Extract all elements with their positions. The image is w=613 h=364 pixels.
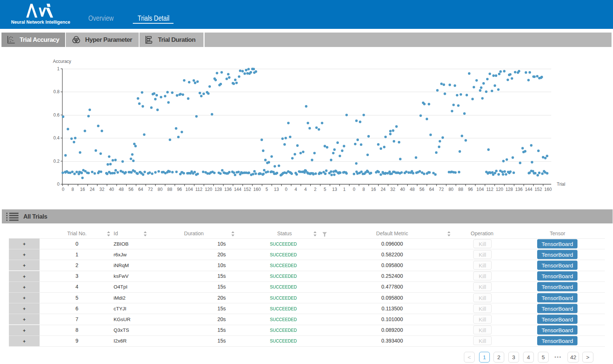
svg-text:40: 40 (400, 187, 405, 192)
svg-text:Accuracy: Accuracy (53, 59, 71, 64)
svg-text:56: 56 (420, 187, 425, 192)
svg-text:56: 56 (128, 187, 134, 192)
svg-text:0: 0 (62, 187, 64, 192)
svg-text:88: 88 (458, 187, 464, 192)
svg-text:96: 96 (468, 187, 473, 192)
svg-text:32: 32 (100, 187, 105, 192)
svg-text:24: 24 (90, 187, 95, 192)
svg-text:48: 48 (119, 187, 124, 192)
svg-text:160: 160 (253, 187, 261, 192)
svg-text:152: 152 (244, 187, 251, 192)
svg-text:Trial: Trial (557, 182, 565, 187)
svg-text:16: 16 (80, 187, 85, 192)
svg-text:112: 112 (486, 187, 493, 192)
svg-text:0.2: 0.2 (53, 159, 60, 164)
svg-text:0.8: 0.8 (53, 89, 60, 94)
svg-text:64: 64 (429, 187, 434, 192)
svg-text:88: 88 (167, 187, 172, 192)
svg-text:4: 4 (304, 187, 307, 192)
svg-text:0.4: 0.4 (53, 135, 60, 141)
svg-text:152: 152 (535, 187, 542, 192)
svg-text:160: 160 (544, 187, 552, 192)
svg-text:144: 144 (525, 187, 532, 192)
svg-text:136: 136 (515, 187, 523, 192)
svg-text:48: 48 (410, 187, 415, 192)
svg-text:16: 16 (371, 187, 376, 192)
svg-text:136: 136 (224, 187, 232, 192)
svg-text:0: 0 (285, 187, 287, 192)
svg-text:80: 80 (158, 187, 163, 192)
svg-text:64: 64 (138, 187, 144, 192)
svg-text:128: 128 (215, 187, 222, 192)
svg-text:120: 120 (496, 187, 503, 192)
svg-text:5: 5 (324, 187, 326, 192)
svg-text:112: 112 (195, 187, 202, 192)
svg-text:8: 8 (363, 187, 365, 192)
svg-text:144: 144 (234, 187, 241, 192)
svg-text:0: 0 (57, 182, 60, 187)
svg-text:128: 128 (505, 187, 513, 192)
svg-text:1: 1 (57, 66, 60, 71)
svg-text:32: 32 (390, 187, 395, 192)
svg-text:40: 40 (109, 187, 114, 192)
svg-text:104: 104 (476, 187, 484, 192)
svg-text:0.6: 0.6 (53, 112, 60, 118)
svg-text:13: 13 (274, 187, 279, 192)
svg-text:80: 80 (448, 187, 454, 192)
svg-text:13: 13 (332, 187, 337, 192)
svg-text:8: 8 (71, 187, 74, 192)
svg-text:120: 120 (205, 187, 212, 192)
svg-text:24: 24 (381, 187, 386, 192)
svg-text:72: 72 (148, 187, 153, 192)
svg-text:2: 2 (314, 187, 317, 192)
svg-text:4: 4 (294, 187, 297, 192)
svg-text:104: 104 (185, 187, 193, 192)
svg-text:0: 0 (353, 187, 356, 192)
svg-text:72: 72 (439, 187, 444, 192)
svg-text:5: 5 (266, 187, 268, 192)
svg-text:1: 1 (343, 187, 346, 192)
svg-text:96: 96 (177, 187, 182, 192)
